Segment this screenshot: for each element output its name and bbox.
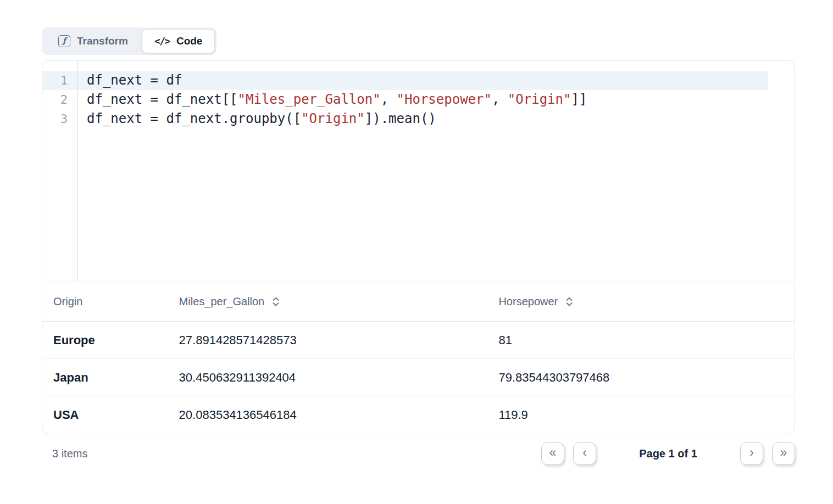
page-indicator: Page 1 of 1 — [605, 447, 731, 460]
table-row: Europe27.89142857142857381 — [42, 322, 795, 359]
value-cell: 81 — [487, 333, 795, 348]
code-panel: 1df_next = df2df_next = df_next[["Miles_… — [42, 60, 795, 434]
column-header-label: Origin — [53, 295, 82, 308]
column-header-label: Horsepower — [498, 295, 558, 308]
table-row: Japan30.45063291139240479.83544303797468 — [42, 359, 795, 396]
code-line[interactable]: 2df_next = df_next[["Miles_per_Gallon", … — [42, 90, 795, 109]
line-number: 1 — [42, 71, 77, 90]
tab-code[interactable]: </> Code — [142, 30, 215, 53]
column-header-horsepower[interactable]: Horsepower — [487, 295, 795, 308]
tab-bar: ƒ Transform </> Code — [42, 27, 216, 55]
value-cell: 30.450632911392404 — [168, 371, 488, 385]
value-cell: 79.83544303797468 — [487, 371, 795, 385]
column-header-origin: Origin — [42, 295, 168, 308]
code-line[interactable]: 3df_next = df_next.groupby(["Origin"]).m… — [42, 109, 795, 128]
first-page-button[interactable]: « — [541, 442, 564, 465]
table-header-row: Origin Miles_per_Gallon Horsepower — [42, 282, 795, 322]
items-count: 3 items — [52, 447, 87, 460]
column-header-label: Miles_per_Gallon — [179, 295, 265, 308]
pagination: « ‹ Page 1 of 1 › » — [541, 442, 795, 465]
origin-cell: USA — [42, 408, 168, 422]
result-table: Origin Miles_per_Gallon Horsepower — [42, 282, 795, 434]
last-page-button[interactable]: » — [772, 442, 795, 465]
origin-cell: Europe — [42, 333, 168, 348]
value-cell: 27.891428571428573 — [168, 333, 488, 348]
function-icon: ƒ — [58, 35, 70, 47]
sort-icon[interactable] — [565, 296, 573, 307]
tab-transform-label: Transform — [77, 35, 128, 47]
prev-page-button[interactable]: ‹ — [573, 442, 596, 465]
column-header-miles-per-gallon[interactable]: Miles_per_Gallon — [168, 295, 488, 308]
value-cell: 119.9 — [487, 408, 795, 422]
table-row: USA20.083534136546184119.9 — [42, 396, 795, 434]
table-footer: 3 items « ‹ Page 1 of 1 › » — [42, 442, 795, 465]
origin-cell: Japan — [42, 371, 168, 385]
code-line[interactable]: 1df_next = df — [42, 71, 795, 90]
line-number: 3 — [42, 109, 77, 128]
tab-transform[interactable]: ƒ Transform — [44, 30, 142, 53]
tab-code-label: Code — [176, 35, 203, 47]
line-number: 2 — [42, 90, 77, 109]
next-page-button[interactable]: › — [740, 442, 763, 465]
gutter-divider — [77, 61, 78, 282]
code-text: df_next = df_next[["Miles_per_Gallon", "… — [77, 90, 795, 109]
code-editor[interactable]: 1df_next = df2df_next = df_next[["Miles_… — [42, 61, 795, 282]
table-body: Europe27.89142857142857381Japan30.450632… — [42, 322, 795, 434]
code-lines: 1df_next = df2df_next = df_next[["Miles_… — [42, 71, 795, 128]
code-icon: </> — [154, 36, 170, 47]
value-cell: 20.083534136546184 — [168, 408, 488, 422]
sort-icon[interactable] — [272, 296, 280, 307]
code-text: df_next = df_next.groupby(["Origin"]).me… — [77, 109, 795, 128]
code-text: df_next = df — [77, 71, 795, 90]
transform-code-widget: ƒ Transform </> Code 1df_next = df2df_ne… — [42, 27, 795, 465]
